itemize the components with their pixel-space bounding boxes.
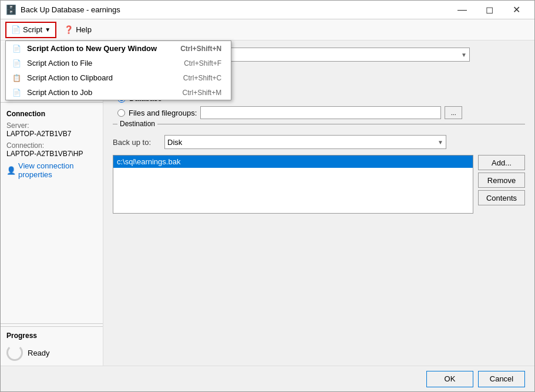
file-shortcut: Ctrl+Shift+F [184, 59, 221, 67]
sidebar-divider-1 [1, 102, 103, 103]
files-row: Files and filegroups: ... [117, 106, 525, 119]
files-input[interactable] [200, 106, 441, 119]
job-label: Script Action to Job [27, 88, 92, 97]
progress-area: Ready [6, 344, 97, 361]
add-button[interactable]: Add... [478, 155, 525, 170]
back-up-to-arrow: ▼ [438, 139, 443, 146]
title-bar: 🗄️ Back Up Database - earnings — ◻ ✕ [1, 1, 534, 19]
job-icon: 📄 [11, 89, 22, 97]
view-link-label: View connection properties [18, 161, 97, 179]
cancel-button[interactable]: Cancel [478, 371, 525, 387]
progress-title: Progress [6, 332, 97, 340]
help-label: Help [76, 25, 92, 34]
ok-button[interactable]: OK [426, 371, 473, 387]
dest-content-row: c:\sql\earnings.bak Add... Remove Conten… [113, 155, 525, 214]
window-icon: 🗄️ [5, 4, 17, 15]
backup-type-arrow: ▼ [461, 52, 467, 58]
back-up-to-value: Disk [167, 138, 182, 147]
file-list[interactable]: c:\sql\earnings.bak [113, 155, 473, 214]
window-title: Back Up Database - earnings [21, 5, 449, 14]
progress-status: Ready [28, 349, 50, 357]
script-icon: 📄 [11, 25, 21, 34]
main-window: 🗄️ Back Up Database - earnings — ◻ ✕ 📄 S… [0, 0, 535, 392]
new-query-label: Script Action to New Query Window [27, 44, 157, 53]
new-query-icon: 📄 [11, 45, 22, 53]
browse-button[interactable]: ... [445, 106, 462, 119]
dest-buttons: Add... Remove Contents [478, 155, 525, 205]
back-up-to-row: Back up to: Disk ▼ [113, 135, 525, 149]
back-up-to-label: Back up to: [113, 138, 160, 147]
connection-title: Connection [6, 110, 97, 118]
file-icon: 📄 [11, 59, 22, 67]
new-query-shortcut: Ctrl+Shift+N [180, 45, 221, 53]
destination-section: Destination Back up to: Disk ▼ c:\sql\ea… [113, 124, 525, 214]
view-connection-link[interactable]: 👤 View connection properties [6, 161, 97, 179]
script-dropdown-menu: 📄 Script Action to New Query Window Ctrl… [5, 40, 231, 100]
files-label: Files and filegroups: [129, 109, 197, 117]
sidebar-progress-section: Progress Ready [1, 326, 103, 366]
help-icon: ❓ [64, 25, 73, 34]
restore-button[interactable]: ◻ [476, 1, 503, 19]
script-label: Script [23, 25, 42, 34]
minimize-button[interactable]: — [449, 1, 476, 19]
clipboard-label: Script Action to Clipboard [27, 73, 113, 82]
job-shortcut: Ctrl+Shift+M [182, 89, 221, 97]
bottom-bar: OK Cancel [1, 366, 534, 391]
help-button[interactable]: ❓ Help [59, 22, 97, 38]
destination-title: Destination [117, 120, 157, 128]
script-button[interactable]: 📄 Script ▼ [5, 22, 56, 38]
script-clipboard-item[interactable]: 📋 Script Action to Clipboard Ctrl+Shift+… [6, 70, 231, 85]
file-label: Script Action to File [27, 59, 92, 67]
sidebar-connection-section: Connection Server: LAPTOP-A2TB1VB7 Conne… [1, 105, 103, 321]
link-icon: 👤 [6, 166, 16, 175]
connection-label: Connection: [6, 141, 97, 150]
contents-button[interactable]: Contents [478, 190, 525, 205]
connection-value: LAPTOP-A2TB1VB7\HP [6, 150, 97, 158]
sidebar-divider-2 [1, 323, 103, 324]
close-button[interactable]: ✕ [503, 1, 530, 19]
toolbar: 📄 Script ▼ ❓ Help 📄 Script Action to New… [1, 19, 534, 40]
file-list-item[interactable]: c:\sql\earnings.bak [113, 156, 473, 168]
remove-button[interactable]: Remove [478, 173, 525, 188]
clipboard-icon: 📋 [11, 74, 22, 82]
server-value: LAPTOP-A2TB1VB7 [6, 130, 97, 138]
script-job-item[interactable]: 📄 Script Action to Job Ctrl+Shift+M [6, 85, 231, 100]
script-dropdown-arrow: ▼ [45, 26, 51, 33]
back-up-to-select[interactable]: Disk ▼ [164, 135, 446, 149]
title-bar-buttons: — ◻ ✕ [449, 1, 530, 19]
server-label: Server: [6, 121, 97, 130]
progress-spinner [6, 344, 23, 361]
script-file-item[interactable]: 📄 Script Action to File Ctrl+Shift+F [6, 56, 231, 70]
script-new-query-item[interactable]: 📄 Script Action to New Query Window Ctrl… [6, 41, 231, 56]
files-radio[interactable] [117, 109, 125, 117]
clipboard-shortcut: Ctrl+Shift+C [183, 74, 221, 82]
